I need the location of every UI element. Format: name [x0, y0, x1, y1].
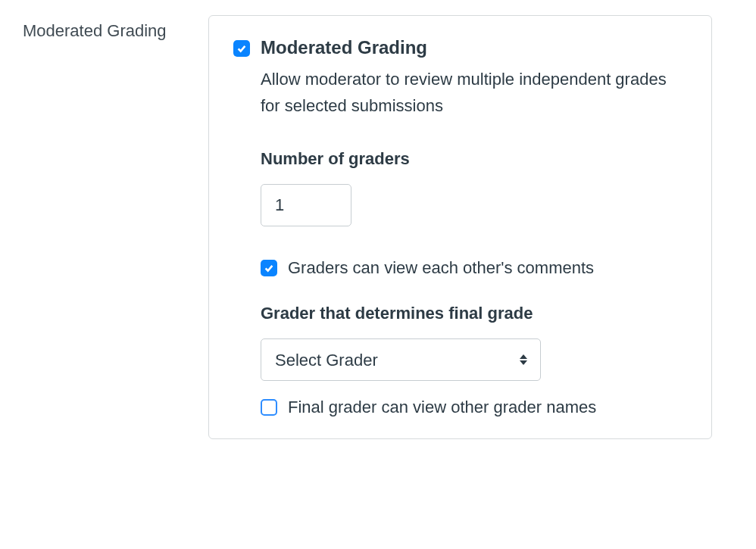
final-grader-select-wrap: Select Grader	[261, 338, 541, 381]
section-left-label: Moderated Grading	[23, 15, 208, 41]
moderated-grading-description: Allow moderator to review multiple indep…	[261, 66, 687, 119]
number-of-graders-section: Number of graders	[233, 149, 687, 226]
graders-view-comments-option: Graders can view each other's comments	[261, 258, 687, 278]
moderated-grading-checkbox[interactable]	[233, 40, 250, 57]
moderated-grading-text-block: Moderated Grading Allow moderator to rev…	[261, 37, 687, 119]
final-grader-section: Grader that determines final grade Selec…	[233, 304, 687, 417]
moderated-grading-row: Moderated Grading Moderated Grading Allo…	[23, 15, 733, 439]
final-grader-view-names-label: Final grader can view other grader names	[288, 398, 596, 417]
final-grader-view-names-option: Final grader can view other grader names	[261, 398, 687, 417]
number-of-graders-input[interactable]	[261, 184, 351, 226]
moderated-grading-settings-box: Moderated Grading Allow moderator to rev…	[208, 15, 712, 439]
final-grader-select[interactable]: Select Grader	[261, 338, 541, 381]
moderated-grading-title: Moderated Grading	[261, 37, 687, 58]
check-icon	[264, 263, 274, 273]
number-of-graders-label: Number of graders	[261, 149, 687, 169]
graders-view-comments-checkbox[interactable]	[261, 260, 277, 276]
final-grader-view-names-checkbox[interactable]	[261, 399, 277, 416]
moderated-grading-option: Moderated Grading Allow moderator to rev…	[233, 37, 687, 119]
check-icon	[236, 43, 247, 54]
graders-view-comments-label: Graders can view each other's comments	[288, 258, 594, 278]
final-grader-label: Grader that determines final grade	[261, 304, 687, 323]
